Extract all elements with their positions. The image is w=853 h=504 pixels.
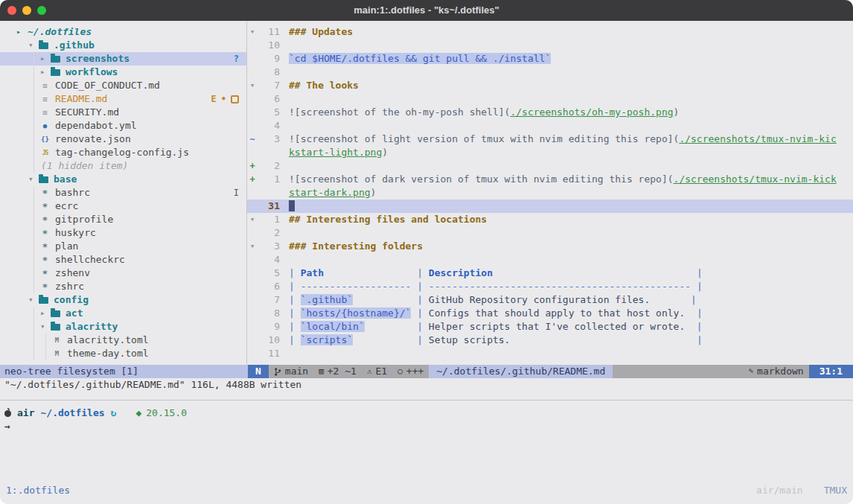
text-segment: | bbox=[324, 267, 429, 278]
editor-line[interactable]: start-dark.png) bbox=[247, 186, 853, 200]
tree-item-screenshots[interactable]: ▸screenshots? bbox=[0, 52, 246, 66]
fold-open-icon[interactable]: ▾ bbox=[247, 25, 258, 39]
tree-item-label: huskyrc bbox=[54, 226, 96, 240]
text-segment: | bbox=[289, 321, 301, 332]
tree-item-security-md[interactable]: ≡SECURITY.md bbox=[0, 106, 246, 119]
fold-open-icon[interactable]: ▾ bbox=[247, 240, 258, 253]
editor-line[interactable]: ▾1## Interesting files and locations bbox=[247, 213, 853, 226]
editor-line[interactable]: ▾7## The looks bbox=[247, 79, 853, 92]
tree-item-plan[interactable]: *plan bbox=[0, 240, 246, 253]
tmux-window-item[interactable]: 1:.dotfiles bbox=[6, 484, 70, 497]
tree-item-1-hidden-item[interactable]: (1 hidden item) bbox=[0, 159, 246, 173]
md-file-icon: ≡ bbox=[40, 82, 50, 90]
tree-item-badges: I bbox=[234, 188, 239, 197]
editor-line[interactable]: 4 bbox=[247, 119, 853, 133]
tree-item-huskyrc[interactable]: *huskyrc bbox=[0, 226, 246, 240]
editor-line[interactable]: 10| `scripts` | Setup scripts. | bbox=[247, 334, 853, 347]
text-segment: ![screenshot of dark version of tmux wit… bbox=[289, 173, 674, 185]
tree-item-theme-day-toml[interactable]: Mtheme-day.toml bbox=[0, 347, 246, 360]
editor-line[interactable]: 4 bbox=[247, 253, 853, 267]
tree-item-renovate-json[interactable]: {}renovate.json bbox=[0, 133, 246, 146]
indent-guide bbox=[16, 159, 28, 173]
line-number: 6 bbox=[258, 92, 280, 106]
line-number: 8 bbox=[258, 307, 280, 320]
text-segment: ## The looks bbox=[289, 80, 359, 91]
tree-item-bashrc[interactable]: *bashrcI bbox=[0, 186, 246, 200]
chevron-right-icon[interactable]: ▸ bbox=[40, 52, 51, 66]
editor-line[interactable]: kstart-light.png) bbox=[247, 146, 853, 159]
zoom-button[interactable] bbox=[37, 6, 46, 15]
editor-line[interactable]: ▾3### Interesting folders bbox=[247, 240, 853, 253]
tmux-label: TMUX bbox=[824, 484, 847, 497]
editor-line[interactable]: +2 bbox=[247, 159, 853, 173]
minimize-button[interactable] bbox=[22, 6, 31, 15]
chevron-down-icon[interactable]: ▾ bbox=[28, 293, 39, 307]
prompt-path: ~/.dotfiles bbox=[40, 406, 104, 420]
editor-line[interactable]: 31 bbox=[247, 200, 853, 213]
editor-line[interactable]: ▾11### Updates bbox=[247, 25, 853, 39]
indent-guide bbox=[28, 213, 40, 226]
close-button[interactable] bbox=[7, 6, 16, 15]
editor-line[interactable]: 7| `.github` | GitHub Repository configu… bbox=[247, 293, 853, 307]
tree-item-ecrc[interactable]: *ecrc bbox=[0, 200, 246, 213]
text-segment: kstart-light.png bbox=[289, 147, 382, 158]
text-segment: | bbox=[353, 334, 429, 345]
text-segment: | bbox=[411, 281, 428, 292]
tree-item-zshrc[interactable]: *zshrc bbox=[0, 280, 246, 293]
tree-item-readme-md[interactable]: ≡README.mdE• bbox=[0, 92, 246, 106]
line-text: `cd $HOME/.dotfiles && git pull && ./ins… bbox=[289, 52, 853, 66]
editor-line[interactable]: 8 bbox=[247, 66, 853, 79]
editor-line[interactable]: 6 bbox=[247, 92, 853, 106]
indent-guide bbox=[28, 79, 40, 92]
tree-item-zshenv[interactable]: *zshenv bbox=[0, 267, 246, 280]
editor-line[interactable]: 9| `local/bin` | Helper scripts that I'v… bbox=[247, 320, 853, 334]
tree-item-tag-changelog-config-js[interactable]: JStag-changelog-config.js bbox=[0, 146, 246, 159]
indent-guide bbox=[28, 133, 40, 146]
tree-item-label: dependabot.yml bbox=[54, 119, 137, 133]
chevron-down-icon[interactable]: ▾ bbox=[28, 39, 39, 52]
editor[interactable]: ▾11### Updates109`cd $HOME/.dotfiles && … bbox=[247, 21, 853, 365]
indent-guide bbox=[16, 240, 28, 253]
tree-item-config[interactable]: ▾config bbox=[0, 293, 246, 307]
editor-line[interactable]: +1![screenshot of dark version of tmux w… bbox=[247, 173, 853, 186]
statusline-filename: ~/.dotfiles/.github/README.md bbox=[429, 365, 613, 378]
chevron-right-icon[interactable]: ▸ bbox=[40, 307, 51, 320]
tree-item-act[interactable]: ▸act bbox=[0, 307, 246, 320]
tree-item-label: config bbox=[53, 293, 89, 307]
editor-line[interactable]: 5![screenshot of the oh-my-posh shell](.… bbox=[247, 106, 853, 119]
indent-guide bbox=[28, 320, 40, 334]
tree-item-workflows[interactable]: ▸workflows bbox=[0, 66, 246, 79]
chevron-down-icon[interactable]: ▸ bbox=[16, 25, 27, 39]
tree-item-alacritty[interactable]: ▾alacritty bbox=[0, 320, 246, 334]
indent-guide bbox=[28, 226, 40, 240]
editor-line[interactable]: 6| ------------------- | ---------------… bbox=[247, 280, 853, 293]
fold-open-icon[interactable]: ▾ bbox=[247, 213, 258, 226]
tree-item-alacritty-toml[interactable]: Malacritty.toml bbox=[0, 334, 246, 347]
git-branch-icon bbox=[274, 367, 281, 377]
tree-item-shellcheckrc[interactable]: *shellcheckrc bbox=[0, 253, 246, 267]
fold-open-icon[interactable]: ▾ bbox=[247, 79, 258, 92]
editor-line[interactable]: 8| `hosts/{hostname}/` | Configs that sh… bbox=[247, 307, 853, 320]
editor-line[interactable]: 10 bbox=[247, 39, 853, 52]
chevron-down-icon[interactable]: ▾ bbox=[40, 320, 51, 334]
tree-item-badges: E• bbox=[211, 95, 239, 103]
tree-item-code-of-conduct-md[interactable]: ≡CODE_OF_CONDUCT.md bbox=[0, 79, 246, 92]
tree-item-base[interactable]: ▾base bbox=[0, 173, 246, 186]
shell-input-line[interactable]: → bbox=[0, 420, 853, 433]
shell-pane[interactable]: air ~/.dotfiles ↻ ◆ 20.15.0 → bbox=[0, 401, 853, 483]
git-modified-badge bbox=[231, 95, 239, 103]
chevron-down-icon[interactable]: ▾ bbox=[28, 173, 39, 186]
text-segment: ------------------- bbox=[301, 281, 412, 292]
editor-line[interactable]: 5| Path | Description | bbox=[247, 267, 853, 280]
tree-item-gitprofile[interactable]: *gitprofile bbox=[0, 213, 246, 226]
editor-line[interactable]: 2 bbox=[247, 226, 853, 240]
tree-item-dotfiles[interactable]: ▸~/.dotfiles bbox=[0, 25, 246, 39]
tree-item-label: base bbox=[53, 173, 77, 186]
chevron-right-icon[interactable]: ▸ bbox=[40, 66, 51, 79]
tree-item-dependabot-yml[interactable]: ●dependabot.yml bbox=[0, 119, 246, 133]
nvim-pane: ▸~/.dotfiles▾.github▸screenshots?▸workfl… bbox=[0, 21, 853, 365]
editor-line[interactable]: 11 bbox=[247, 347, 853, 360]
editor-line[interactable]: 9`cd $HOME/.dotfiles && git pull && ./in… bbox=[247, 52, 853, 66]
editor-line[interactable]: ~3![screenshot of light version of tmux … bbox=[247, 133, 853, 146]
tree-item-github[interactable]: ▾.github bbox=[0, 39, 246, 52]
